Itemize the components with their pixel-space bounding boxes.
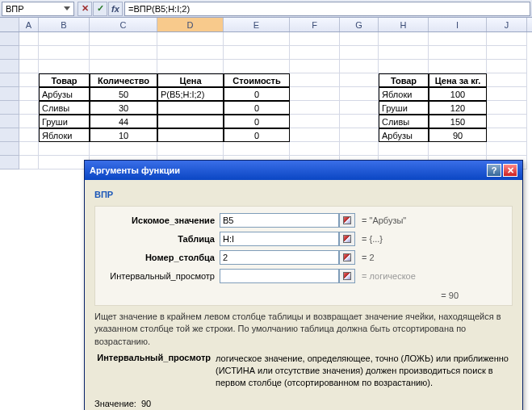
function-name: ВПР <box>94 186 513 206</box>
table-cell[interactable]: 100 <box>429 87 487 101</box>
name-box-text: ВПР <box>6 4 24 14</box>
chevron-down-icon[interactable] <box>64 6 70 10</box>
col-header[interactable]: J <box>487 18 527 31</box>
arg-input[interactable] <box>220 232 339 246</box>
active-cell[interactable]: Р(B5;H:I;2) <box>157 87 224 101</box>
function-arguments-dialog: Аргументы функции ? ✕ ВПР Искомое_значен… <box>84 160 523 410</box>
name-box[interactable]: ВПР <box>2 2 74 16</box>
row-header[interactable] <box>0 32 19 46</box>
dialog-titlebar[interactable]: Аргументы функции ? ✕ <box>85 161 522 180</box>
arg-label: Интервальный_просмотр <box>98 271 220 281</box>
arguments-panel: Искомое_значение= "Арбузы"Таблица= {...}… <box>94 206 513 306</box>
range-selector-button[interactable] <box>339 269 355 283</box>
table-header[interactable]: Цена за кг. <box>429 73 487 87</box>
param-desc-text: логическое значение, определяющее, точно… <box>216 353 513 389</box>
table-header[interactable]: Товар <box>39 73 90 87</box>
fx-button[interactable]: fx <box>108 2 123 16</box>
col-header[interactable]: B <box>39 18 90 31</box>
range-selector-button[interactable] <box>339 213 355 228</box>
range-selector-icon <box>343 272 351 280</box>
dialog-title: Аргументы функции <box>90 165 180 175</box>
argument-row: Интервальный_просмотр= логическое <box>98 269 509 283</box>
table-header[interactable]: Товар <box>379 73 429 87</box>
arg-result: = 2 <box>362 253 375 262</box>
col-header[interactable]: F <box>290 18 340 31</box>
column-headers: A B C D E F G H I J <box>0 18 532 32</box>
arg-result: = логическое <box>362 271 416 281</box>
range-selector-icon <box>343 253 351 261</box>
table-cell[interactable]: Яблоки <box>379 87 429 101</box>
range-selector-button[interactable] <box>339 232 355 246</box>
accept-formula-button[interactable]: ✓ <box>93 2 107 16</box>
argument-row: Искомое_значение= "Арбузы" <box>98 213 509 228</box>
table-cell[interactable]: 0 <box>224 87 290 101</box>
table-header[interactable]: Стоимость <box>224 73 290 87</box>
range-selector-icon <box>343 235 351 243</box>
arg-input[interactable] <box>220 250 339 265</box>
formula-input[interactable]: =ВПР(B5;H:I;2) <box>124 2 530 16</box>
col-header[interactable]: A <box>19 18 39 31</box>
argument-row: Номер_столбца= 2 <box>98 250 509 265</box>
arg-result: = {...} <box>362 234 383 244</box>
result-row: Значение: 90 <box>94 399 513 408</box>
table-header[interactable]: Цена <box>157 73 224 87</box>
range-selector-icon <box>343 216 351 224</box>
table-cell[interactable]: 50 <box>90 87 157 101</box>
function-description: Ищет значение в крайнем левом столбце та… <box>94 311 513 348</box>
arg-label: Таблица <box>98 234 220 244</box>
close-button[interactable]: ✕ <box>503 164 517 177</box>
formula-bar: ВПР ✕ ✓ fx =ВПР(B5;H:I;2) <box>0 0 532 18</box>
col-header[interactable]: D <box>157 18 224 31</box>
select-all-corner[interactable] <box>0 18 19 31</box>
table-cell[interactable]: Арбузы <box>39 87 90 101</box>
arg-input[interactable] <box>220 213 339 228</box>
col-header[interactable]: H <box>379 18 429 31</box>
col-header[interactable]: G <box>340 18 379 31</box>
range-selector-button[interactable] <box>339 250 355 265</box>
argument-row: Таблица= {...} <box>98 232 509 246</box>
col-header[interactable]: C <box>90 18 157 31</box>
table-header[interactable]: Количество <box>90 73 157 87</box>
help-button[interactable]: ? <box>487 164 501 177</box>
arg-input[interactable] <box>220 269 339 283</box>
arg-result: = "Арбузы" <box>362 215 406 225</box>
arg-label: Номер_столбца <box>98 253 220 262</box>
param-desc-label: Интервальный_просмотр <box>94 353 216 389</box>
cancel-formula-button[interactable]: ✕ <box>77 2 92 16</box>
formula-bar-buttons: ✕ ✓ fx <box>76 2 124 16</box>
arg-label: Искомое_значение <box>98 215 220 225</box>
col-header[interactable]: I <box>429 18 487 31</box>
overall-result: = 90 <box>98 287 509 302</box>
col-header[interactable]: E <box>224 18 290 31</box>
